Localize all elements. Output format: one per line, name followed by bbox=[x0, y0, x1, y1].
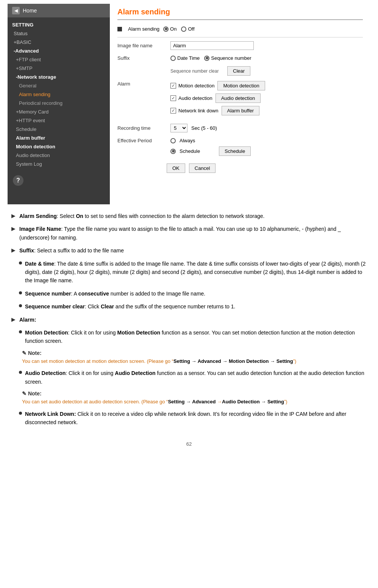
alarm-sending-content: ▶ Alarm Sending: Select On to set to sen… bbox=[11, 212, 367, 220]
audio-detection-check[interactable]: Audio detection bbox=[170, 95, 212, 101]
date-time-label: Date Time bbox=[177, 55, 200, 61]
audio-detection-button[interactable]: Audio detection bbox=[216, 93, 261, 103]
motion-detection-button[interactable]: Motion detection bbox=[217, 81, 265, 90]
bullet-dot-6 bbox=[19, 412, 22, 415]
sidebar-item-smtp[interactable]: +SMTP bbox=[8, 64, 110, 73]
image-file-name-input[interactable] bbox=[170, 41, 254, 50]
always-label: Always bbox=[180, 138, 195, 143]
date-time-text: Date & time: The date & time suffix is a… bbox=[25, 260, 367, 285]
help-icon[interactable]: ? bbox=[13, 175, 23, 186]
recording-time-row: Recording time 5 10 15 30 60 Sec (5 - 60… bbox=[117, 124, 363, 132]
arrow-2: ▶ bbox=[11, 226, 16, 242]
audio-detection-check-label: Audio detection bbox=[178, 95, 212, 101]
note-pencil-2: ✎ bbox=[22, 390, 27, 397]
image-file-name-content-desc: : Type the file name you want to assign … bbox=[19, 226, 341, 240]
sequence-number-content-desc2: number is added to the Image file name. bbox=[109, 291, 205, 297]
schedule-radio[interactable]: Schedule Schedule bbox=[170, 146, 251, 156]
sidebar-menu: SETTING Status +BASIC -Advanced +FTP cli… bbox=[8, 17, 110, 171]
sidebar-item-system-log[interactable]: System Log bbox=[8, 160, 110, 168]
note-2-text: You can set audio detection at audio det… bbox=[22, 398, 367, 406]
sequence-number-radio[interactable]: Sequence number bbox=[204, 55, 251, 61]
schedule-button[interactable]: Schedule bbox=[219, 146, 251, 156]
always-radio[interactable]: Always bbox=[170, 138, 251, 143]
motion-detection-content-heading: Motion Detection bbox=[25, 330, 68, 336]
sidebar-item-status[interactable]: Status bbox=[8, 29, 110, 38]
sidebar-header[interactable]: ◀ Home bbox=[8, 4, 110, 17]
sidebar-item-network-storage[interactable]: -Network storage bbox=[8, 73, 110, 81]
alarm-content-heading: Alarm: bbox=[19, 317, 36, 323]
sidebar-item-memory-card[interactable]: +Memory Card bbox=[8, 107, 110, 116]
motion-detection-check[interactable]: Motion detection bbox=[170, 83, 214, 89]
note-1-label: ✎ Note: bbox=[22, 350, 367, 356]
alarm-buffer-button[interactable]: Alarm buffer bbox=[222, 106, 260, 115]
sequence-number-content-heading: Sequence number bbox=[25, 291, 71, 297]
suffix-row: Suffix Date Time Sequence number bbox=[117, 55, 363, 61]
seq-clear-label: Sequence number clear bbox=[170, 68, 223, 74]
square-icon bbox=[117, 27, 122, 31]
sidebar-item-audio-detection[interactable]: Audio detection bbox=[8, 151, 110, 160]
sidebar-item-schedule[interactable]: Schedule bbox=[8, 125, 110, 134]
separator-1 bbox=[117, 37, 363, 37]
alarm-sending-text: Alarm Sending: Select On to set to send … bbox=[19, 212, 367, 220]
date-time-radio[interactable]: Date Time bbox=[170, 55, 200, 61]
sequence-number-label: Sequence number bbox=[211, 55, 251, 61]
bullet-dot-1 bbox=[19, 261, 22, 264]
suffix-content: ▶ Suffix: Select a suffix to add to the … bbox=[11, 246, 367, 255]
note-1-bold: Setting → Advanced → Motion Detection → … bbox=[173, 358, 293, 364]
cancel-button[interactable]: Cancel bbox=[189, 163, 216, 173]
note-pencil-1: ✎ bbox=[22, 350, 27, 356]
ok-button[interactable]: OK bbox=[167, 163, 185, 173]
clear-button[interactable]: Clear bbox=[227, 66, 250, 76]
suffix-label: Suffix bbox=[117, 55, 167, 61]
note-1-text: You can set motion detection at motion d… bbox=[22, 358, 367, 366]
sidebar-header-label: Home bbox=[23, 8, 37, 14]
sidebar-item-ftp[interactable]: +FTP client bbox=[8, 55, 110, 64]
image-file-name-text: Image File Name: Type the file name you … bbox=[19, 225, 367, 242]
sidebar-item-basic[interactable]: +BASIC bbox=[8, 38, 110, 47]
note-2-bold2: Audio Detection → Setting bbox=[222, 399, 284, 404]
motion-detection-checkbox[interactable] bbox=[170, 83, 176, 89]
network-link-down-row: Network link down Alarm buffer bbox=[170, 106, 265, 115]
alarm-on-radio[interactable]: On bbox=[163, 26, 177, 32]
arrow-1: ▶ bbox=[11, 213, 16, 220]
suffix-content-desc: : Select a suffix to add to the file nam… bbox=[34, 247, 124, 254]
recording-time-unit: Sec (5 - 60) bbox=[191, 125, 217, 131]
arrow-3: ▶ bbox=[11, 247, 16, 255]
recording-time-label: Recording time bbox=[117, 125, 167, 131]
sidebar: ◀ Home SETTING Status +BASIC -Advanced +… bbox=[8, 4, 110, 204]
image-file-name-label: Image file name bbox=[117, 43, 167, 48]
sidebar-item-alarm-sending[interactable]: Alarm sending bbox=[8, 90, 110, 99]
sidebar-item-general[interactable]: General bbox=[8, 81, 110, 90]
sidebar-item-alarm-buffer[interactable]: Alarm buffer bbox=[8, 134, 110, 142]
bullet-dot-5 bbox=[19, 371, 22, 374]
bullet-dot-3 bbox=[19, 304, 22, 307]
seq-clear-row: Sequence number clear Clear bbox=[117, 66, 363, 76]
audio-detection-checkbox[interactable] bbox=[170, 95, 176, 101]
network-link-checkbox[interactable] bbox=[170, 108, 176, 114]
alarm-off-radio[interactable]: Off bbox=[181, 26, 194, 32]
alarm-sending-row: Alarm sending On Off bbox=[117, 26, 363, 32]
alarm-sending-content-heading: Alarm Sending bbox=[19, 213, 57, 219]
sidebar-item-http-event[interactable]: +HTTP event bbox=[8, 116, 110, 125]
network-link-check[interactable]: Network link down bbox=[170, 108, 219, 114]
panel-title: Alarm sending bbox=[117, 8, 363, 20]
sidebar-item-periodical[interactable]: Periodical recording bbox=[8, 99, 110, 107]
sidebar-item-setting[interactable]: SETTING bbox=[8, 20, 110, 29]
alarm-sending-content-desc: : Select bbox=[57, 213, 76, 219]
clear-bold: Clear bbox=[101, 303, 114, 310]
suffix-content-heading: Suffix bbox=[19, 247, 34, 254]
alarm-label: Alarm bbox=[117, 81, 167, 87]
motion-detection-check-label: Motion detection bbox=[178, 83, 214, 89]
recording-time-select[interactable]: 5 10 15 30 60 bbox=[170, 124, 187, 132]
content-section: ▶ Alarm Sending: Select On to set to sen… bbox=[0, 208, 378, 435]
alarm-on-label: On bbox=[170, 26, 177, 32]
network-link-down-heading: Network Link Down: bbox=[25, 411, 76, 417]
date-time-content: Date & time: The date & time suffix is a… bbox=[11, 260, 367, 285]
sidebar-item-motion-detection[interactable]: Motion detection bbox=[8, 142, 110, 151]
note-2-bold1: Setting → Advanced bbox=[168, 399, 216, 404]
sidebar-bottom: ? bbox=[8, 171, 110, 190]
sidebar-item-advanced[interactable]: -Advanced bbox=[8, 47, 110, 55]
page-number: 62 bbox=[0, 435, 378, 453]
alarm-sending-label: Alarm sending bbox=[128, 26, 159, 32]
sequence-number-dot bbox=[204, 56, 209, 61]
